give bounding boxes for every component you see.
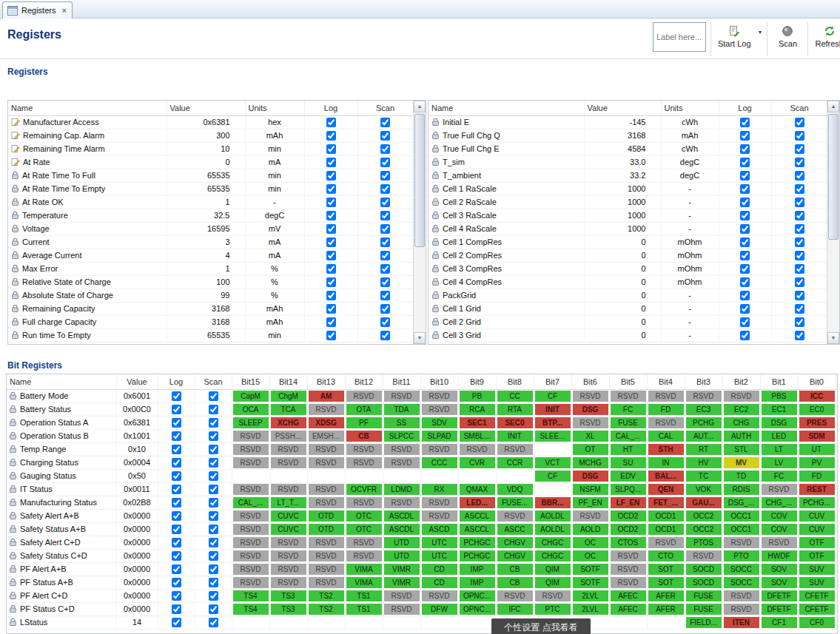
register-row[interactable]: Current3mA [8,235,413,249]
bit-register-row[interactable]: IT Status0x0011RSVDRSVDRSVDOCVFRLDMDRXQM… [7,482,836,496]
log-checkbox[interactable] [740,158,750,167]
scan-checkbox[interactable] [380,198,390,207]
log-checkbox[interactable] [326,158,336,167]
register-row[interactable]: True Full Chg Q3168mAh [429,129,827,142]
scan-checkbox[interactable] [795,211,804,220]
log-checkbox[interactable] [172,498,181,507]
scan-checkbox[interactable] [380,184,390,194]
bit-register-row[interactable]: Battery Mode0x6001CapMChgMAMRSVDRSVDRSVD… [7,389,836,402]
log-checkbox[interactable] [740,118,750,127]
column-header-bit14[interactable]: Bit14 [269,374,307,389]
scan-checkbox[interactable] [209,445,218,454]
scan-checkbox[interactable] [795,131,804,141]
register-row[interactable]: At Rate Time To Empty65535min [8,182,413,195]
bit-register-row[interactable]: Operation Status B0x1001RSVDPSSH...EMSH.… [7,429,836,442]
scan-checkbox[interactable] [795,171,804,181]
register-row[interactable]: Manufacturer Access0x6381hex [8,115,413,129]
scan-checkbox[interactable] [209,458,218,468]
start-log-button[interactable]: Start Log [716,22,753,48]
popup-tooltip[interactable]: 个性设置 点我看看 [491,618,591,634]
bit-register-row[interactable]: PF Alert C+D0x0000TS4TS3TS2TS1RSVDRSVDOP… [7,589,836,602]
scrollbar-thumb[interactable] [828,114,839,240]
register-row[interactable]: Cell 3 RaScale1000- [429,209,827,222]
scan-checkbox[interactable] [795,237,804,247]
log-checkbox[interactable] [172,391,181,401]
column-header-bit7[interactable]: Bit7 [534,374,571,389]
scan-checkbox[interactable] [380,264,390,274]
scan-checkbox[interactable] [795,317,804,327]
tab-registers[interactable]: Registers × [2,1,73,18]
bit-register-row[interactable]: Safety Alert C+D0x0000RSVDRSVDRSVDRSVDUT… [7,536,836,549]
column-header-value[interactable]: Value [167,101,245,115]
log-checkbox[interactable] [172,604,181,614]
start-log-dropdown-icon[interactable]: ▼ [758,30,763,35]
column-header-scan[interactable]: Scan [771,101,827,115]
log-checkbox[interactable] [172,458,181,468]
log-checkbox[interactable] [740,331,750,340]
register-row[interactable]: Full charge Capacity3168mAh [8,315,413,328]
scan-checkbox[interactable] [795,118,804,127]
log-checkbox[interactable] [172,591,181,601]
scroll-down-arrow-icon[interactable]: ▼ [414,332,426,344]
register-row[interactable]: Initial E-145cWh [429,115,827,129]
register-row[interactable]: At Rate OK1- [8,195,413,209]
column-header-bit9[interactable]: Bit9 [458,374,496,389]
bit-register-row[interactable]: PF Status C+D0x0000TS4TS3TS2TS1RSVDDFWOP… [7,602,836,616]
column-header-value[interactable]: Value [584,101,661,115]
log-checkbox[interactable] [172,511,181,521]
log-checkbox[interactable] [326,331,336,340]
column-header-bit1[interactable]: Bit1 [760,374,798,389]
log-checkbox[interactable] [740,211,750,220]
log-checkbox[interactable] [740,304,750,314]
log-checkbox[interactable] [326,304,336,314]
register-row[interactable]: Remaining Cap. Alarm300mAh [8,129,413,142]
column-header-units[interactable]: Units [245,101,304,115]
scan-checkbox[interactable] [380,118,390,127]
bit-register-row[interactable]: Manufacturing Status0x02B8CAL_...LT_T...… [7,496,836,509]
register-row[interactable]: T_ambient33.2degC [429,169,827,182]
scan-checkbox[interactable] [209,391,218,401]
scan-checkbox[interactable] [380,171,390,181]
scan-checkbox[interactable] [209,498,218,507]
register-row[interactable]: PackGrid0- [429,289,827,302]
tab-close-icon[interactable]: × [61,6,66,15]
log-checkbox[interactable] [172,445,181,454]
refresh-button[interactable]: Refresh [813,22,840,48]
log-checkbox[interactable] [740,277,750,287]
scrollbar-thumb[interactable] [414,114,425,247]
register-row[interactable]: Cell 3 Grid0- [429,328,827,342]
register-row[interactable]: Remaining Time Alarm10min [8,142,413,155]
log-checkbox[interactable] [740,144,750,154]
register-row[interactable]: Cell 1 Grid0- [429,302,827,315]
register-row[interactable]: Cell 2 Grid0- [429,315,827,328]
log-checkbox[interactable] [172,431,181,441]
register-row[interactable]: Cell 4 RaScale1000- [429,222,827,235]
scan-checkbox[interactable] [209,551,218,561]
register-row[interactable]: Temperature32.5degC [8,209,413,222]
log-checkbox[interactable] [172,564,181,574]
register-row[interactable]: Run time To Empty65535min [8,328,413,342]
register-row[interactable]: Voltage16595mV [8,222,413,235]
bit-register-row[interactable]: LStatus14FIELD...ITENCF1CF0 [7,616,836,629]
column-header-bit0[interactable]: Bit0 [798,374,836,389]
log-checkbox[interactable] [172,618,181,627]
bit-register-row[interactable]: Safety Status A+B0x0000RSVDCUVCOTDOTCASC… [7,522,836,536]
log-checkbox[interactable] [326,144,336,154]
log-checkbox[interactable] [740,251,750,260]
log-checkbox[interactable] [172,578,181,587]
bit-register-row[interactable]: Gauging Status0x50CFDSGEDVBAL...TCTDFCFD [7,469,836,482]
scan-checkbox[interactable] [209,511,218,521]
scan-checkbox[interactable] [380,251,390,260]
register-row[interactable]: Cell 1 CompRes0mOhm [429,235,827,249]
column-header-bit5[interactable]: Bit5 [609,374,647,389]
bit-register-row[interactable]: PF Alert A+B0x0000RSVDRSVDRSVDVIMAVIMRCD… [7,562,836,576]
scan-checkbox[interactable] [209,525,218,534]
column-header-bit8[interactable]: Bit8 [496,374,534,389]
log-checkbox[interactable] [326,184,336,194]
column-header-bit13[interactable]: Bit13 [307,374,345,389]
scan-checkbox[interactable] [795,158,804,167]
register-row[interactable]: Cell 1 RaScale1000- [429,182,827,195]
scan-checkbox[interactable] [209,405,218,414]
log-checkbox[interactable] [740,317,750,327]
bit-register-row[interactable]: PF Status A+B0x0000RSVDRSVDRSVDVIMAVIMRC… [7,576,836,589]
